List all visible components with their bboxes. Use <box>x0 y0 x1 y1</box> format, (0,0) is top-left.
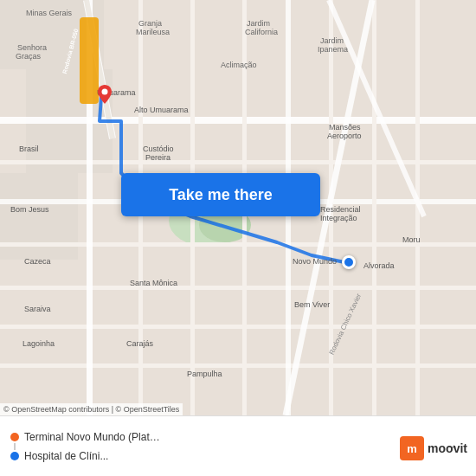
svg-text:Residencial: Residencial <box>320 205 361 214</box>
svg-text:Senhora: Senhora <box>17 43 47 52</box>
svg-text:Novo Mundo: Novo Mundo <box>293 257 337 266</box>
svg-text:Pereira: Pereira <box>145 153 170 162</box>
origin-marker <box>98 85 112 104</box>
moovit-logo: m moovit <box>400 436 467 460</box>
svg-point-58 <box>102 89 108 95</box>
svg-text:Graças: Graças <box>16 52 42 61</box>
svg-text:Carajás: Carajás <box>126 339 154 348</box>
svg-text:Santa Mônica: Santa Mônica <box>130 279 177 287</box>
svg-text:Minas Gerais: Minas Gerais <box>26 9 73 17</box>
moovit-logo-text: moovit <box>428 441 467 455</box>
svg-text:Brasil: Brasil <box>19 145 39 153</box>
svg-rect-19 <box>372 0 376 415</box>
route-from-row: Terminal Novo Mundo (Platafor... <box>10 431 438 443</box>
svg-rect-6 <box>0 117 476 124</box>
map-container: Rodovia BR-050 Minas Gerais Granja Maril… <box>0 0 476 415</box>
bottom-bar: Terminal Novo Mundo (Platafor... Hospita… <box>0 415 476 476</box>
svg-rect-10 <box>0 286 476 290</box>
svg-text:Marileusa: Marileusa <box>136 28 170 36</box>
svg-text:Aeroporto: Aeroporto <box>327 132 362 140</box>
take-me-there-button[interactable]: Take me there <box>121 173 320 216</box>
svg-text:Bem Viver: Bem Viver <box>294 300 330 309</box>
dest-dot <box>10 452 19 460</box>
origin-dot <box>10 433 19 441</box>
svg-text:Jardim: Jardim <box>247 19 270 28</box>
svg-text:Integração: Integração <box>320 214 357 222</box>
route-info: Terminal Novo Mundo (Platafor... Hospita… <box>10 431 438 462</box>
svg-text:Alvorada: Alvorada <box>363 261 395 270</box>
from-label: Terminal Novo Mundo (Platafor... <box>24 431 163 443</box>
svg-text:Ipanema: Ipanema <box>318 45 348 54</box>
svg-text:Custódio: Custódio <box>143 145 174 153</box>
svg-text:Lagoinha: Lagoinha <box>23 339 55 348</box>
svg-text:Cazeca: Cazeca <box>24 257 51 266</box>
svg-text:California: California <box>245 28 278 36</box>
svg-text:Saraiva: Saraiva <box>24 305 51 313</box>
moovit-logo-icon: m <box>400 436 424 460</box>
svg-text:Bom Jesus: Bom Jesus <box>10 205 49 214</box>
svg-text:Granja: Granja <box>138 19 162 28</box>
svg-rect-11 <box>0 325 476 329</box>
svg-text:Alto Umuarama: Alto Umuarama <box>134 106 189 114</box>
svg-text:Moru: Moru <box>402 235 421 244</box>
svg-rect-12 <box>0 363 476 368</box>
svg-text:m: m <box>407 442 417 455</box>
svg-rect-7 <box>0 160 476 164</box>
svg-text:Jardim: Jardim <box>320 36 344 45</box>
destination-marker <box>342 255 356 269</box>
map-attribution: © OpenStreetMap contributors | © OpenStr… <box>0 403 183 415</box>
to-label: Hospital de Clíni... <box>24 450 108 462</box>
svg-rect-23 <box>80 17 99 104</box>
svg-text:Pampulha: Pampulha <box>187 370 222 378</box>
route-to-row: Hospital de Clíni... <box>10 450 438 462</box>
svg-text:Mansões: Mansões <box>329 123 361 132</box>
svg-text:Aclimação: Aclimação <box>221 61 257 69</box>
